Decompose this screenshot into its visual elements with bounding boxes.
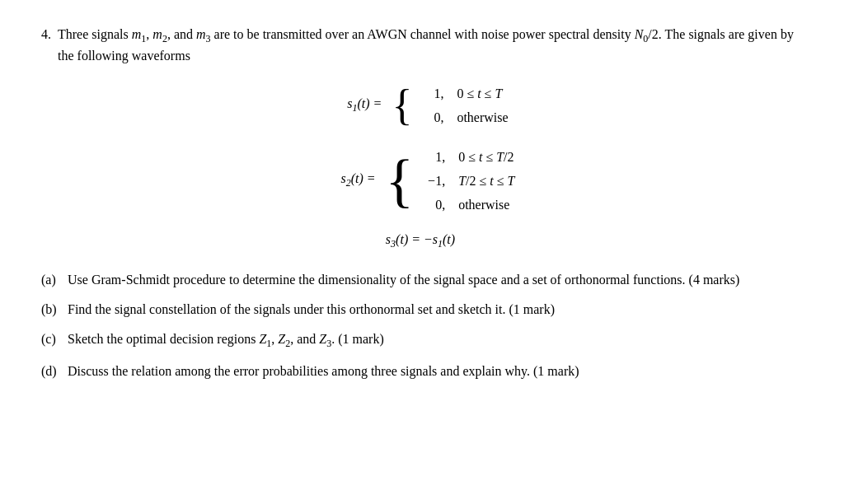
- s1-case-1: 1, 0 ≤ t ≤ T: [419, 82, 508, 105]
- s1-brace-container: { 1, 0 ≤ t ≤ T 0, otherwise: [392, 82, 508, 128]
- sub-part-a: (a) Use Gram-Schmidt procedure to determ…: [41, 270, 799, 290]
- s2-brace: {: [386, 146, 415, 217]
- s1-case2-value: 0,: [419, 106, 443, 128]
- sub-label-c: (c): [41, 329, 61, 351]
- question-number: 4.: [41, 25, 51, 66]
- sub-part-b: (b) Find the signal constellation of the…: [41, 300, 799, 320]
- sub-label-a: (a): [41, 270, 61, 290]
- sub-label-b: (b): [41, 300, 61, 320]
- sub-text-a: Use Gram-Schmidt procedure to determine …: [68, 270, 739, 290]
- question-header: 4. Three signals m1, m2, and m3 are to b…: [41, 25, 799, 66]
- s2-case3-value: 0,: [420, 194, 445, 216]
- sub-parts: (a) Use Gram-Schmidt procedure to determ…: [41, 270, 799, 380]
- s1-cases: 1, 0 ≤ t ≤ T 0, otherwise: [419, 82, 508, 128]
- s2-case3-condition: otherwise: [458, 194, 509, 216]
- s1-equation: s1(t) = { 1, 0 ≤ t ≤ T 0, otherwise: [332, 82, 508, 128]
- question-container: 4. Three signals m1, m2, and m3 are to b…: [41, 25, 799, 381]
- s2-case1-condition: 0 ≤ t ≤ T/2: [458, 146, 513, 168]
- s3-label: s3(t) = −s1(t): [386, 232, 455, 250]
- question-intro: Three signals m1, m2, and m3 are to be t…: [58, 25, 799, 66]
- s1-case-2: 0, otherwise: [419, 106, 508, 128]
- s2-case-1: 1, 0 ≤ t ≤ T/2: [420, 146, 514, 168]
- sub-text-c: Sketch the optimal decision regions Z1, …: [68, 329, 384, 351]
- s1-case1-condition: 0 ≤ t ≤ T: [457, 82, 502, 105]
- s1-case1-value: 1,: [419, 82, 443, 105]
- sub-text-d: Discuss the relation among the error pro…: [68, 362, 579, 381]
- sub-label-d: (d): [41, 362, 61, 381]
- s2-case-2: −1, T/2 ≤ t ≤ T: [420, 170, 514, 192]
- s2-case1-value: 1,: [420, 146, 445, 168]
- s2-brace-container: { 1, 0 ≤ t ≤ T/2 −1, T/2 ≤ t ≤ T 0, othe…: [386, 146, 515, 217]
- s2-cases: 1, 0 ≤ t ≤ T/2 −1, T/2 ≤ t ≤ T 0, otherw…: [420, 146, 514, 217]
- sub-part-c: (c) Sketch the optimal decision regions …: [41, 329, 799, 351]
- s1-label: s1(t) =: [332, 96, 382, 114]
- s2-case2-value: −1,: [420, 170, 445, 192]
- s1-brace: {: [392, 82, 412, 128]
- s2-equation: s2(t) = { 1, 0 ≤ t ≤ T/2 −1, T/2 ≤ t ≤ T…: [326, 146, 515, 217]
- sub-part-d: (d) Discuss the relation among the error…: [41, 362, 799, 381]
- math-section: s1(t) = { 1, 0 ≤ t ≤ T 0, otherwise: [41, 82, 799, 250]
- s1-case2-condition: otherwise: [457, 106, 508, 128]
- s3-equation: s3(t) = −s1(t): [386, 232, 455, 250]
- s2-case-3: 0, otherwise: [420, 194, 514, 216]
- s2-label: s2(t) =: [326, 171, 376, 189]
- sub-text-b: Find the signal constellation of the sig…: [68, 300, 555, 320]
- s2-case2-condition: T/2 ≤ t ≤ T: [458, 170, 514, 192]
